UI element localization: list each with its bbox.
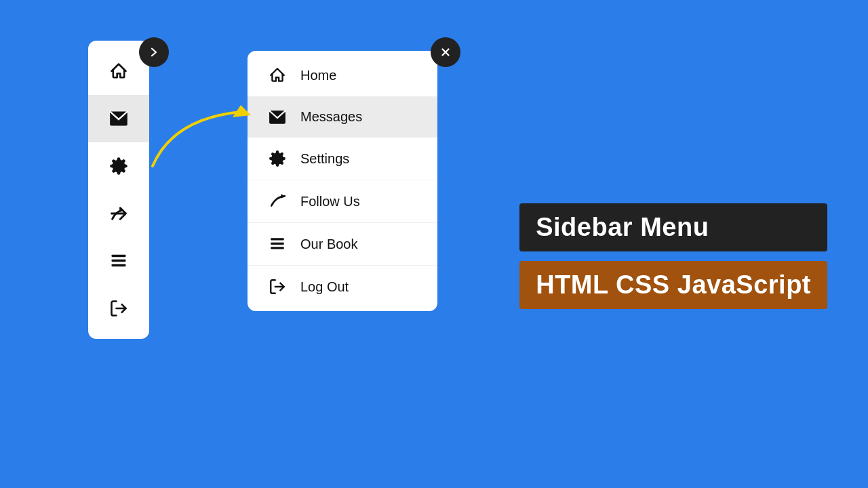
menu-messages-icon bbox=[268, 110, 287, 125]
menu-item-followus[interactable]: Follow Us bbox=[248, 180, 437, 223]
menu-home-icon bbox=[268, 66, 287, 84]
collapsed-messages-item[interactable] bbox=[88, 95, 149, 142]
menu-followus-icon bbox=[268, 192, 287, 210]
menu-followus-label: Follow Us bbox=[300, 194, 360, 209]
svg-rect-8 bbox=[271, 243, 284, 245]
menu-ourbook-label: Our Book bbox=[300, 237, 357, 252]
secondary-title: HTML CSS JavaScript bbox=[536, 270, 811, 299]
menu-logout-label: Log Out bbox=[300, 279, 349, 295]
expanded-sidebar: Home Messages Settings Follow Us bbox=[248, 51, 437, 311]
svg-rect-9 bbox=[271, 247, 284, 249]
svg-rect-3 bbox=[112, 264, 126, 267]
home-icon bbox=[109, 62, 128, 81]
svg-rect-1 bbox=[112, 255, 126, 258]
menu-ourbook-icon bbox=[268, 235, 287, 253]
secondary-title-card: HTML CSS JavaScript bbox=[519, 261, 827, 309]
menu-item-settings[interactable]: Settings bbox=[248, 138, 437, 180]
close-sidebar-button[interactable] bbox=[431, 37, 460, 67]
title-area: Sidebar Menu HTML CSS JavaScript bbox=[519, 203, 827, 319]
menu-logout-icon bbox=[268, 278, 287, 296]
annotation-arrow bbox=[146, 98, 254, 186]
collapsed-sidebar bbox=[88, 41, 149, 339]
menu-settings-label: Settings bbox=[300, 151, 349, 167]
svg-rect-2 bbox=[112, 260, 126, 262]
menu-home-label: Home bbox=[300, 68, 336, 83]
menu-settings-icon bbox=[268, 150, 287, 167]
mail-icon bbox=[109, 110, 128, 127]
svg-rect-7 bbox=[271, 238, 284, 240]
share-icon bbox=[109, 204, 128, 223]
menu-item-logout[interactable]: Log Out bbox=[248, 266, 437, 308]
menu-item-ourbook[interactable]: Our Book bbox=[248, 223, 437, 266]
primary-title: Sidebar Menu bbox=[536, 213, 709, 241]
collapsed-ourbook-item[interactable] bbox=[88, 237, 149, 285]
primary-title-card: Sidebar Menu bbox=[519, 203, 827, 251]
collapsed-logout-item[interactable] bbox=[88, 285, 149, 332]
menu-messages-label: Messages bbox=[300, 109, 362, 125]
collapsed-followus-item[interactable] bbox=[88, 190, 149, 237]
logout-icon bbox=[109, 299, 128, 318]
settings-icon bbox=[109, 157, 128, 176]
book-icon bbox=[109, 251, 128, 270]
menu-item-home[interactable]: Home bbox=[248, 54, 437, 97]
collapsed-settings-item[interactable] bbox=[88, 142, 149, 190]
menu-item-messages[interactable]: Messages bbox=[248, 97, 437, 138]
toggle-sidebar-button[interactable] bbox=[139, 37, 169, 67]
